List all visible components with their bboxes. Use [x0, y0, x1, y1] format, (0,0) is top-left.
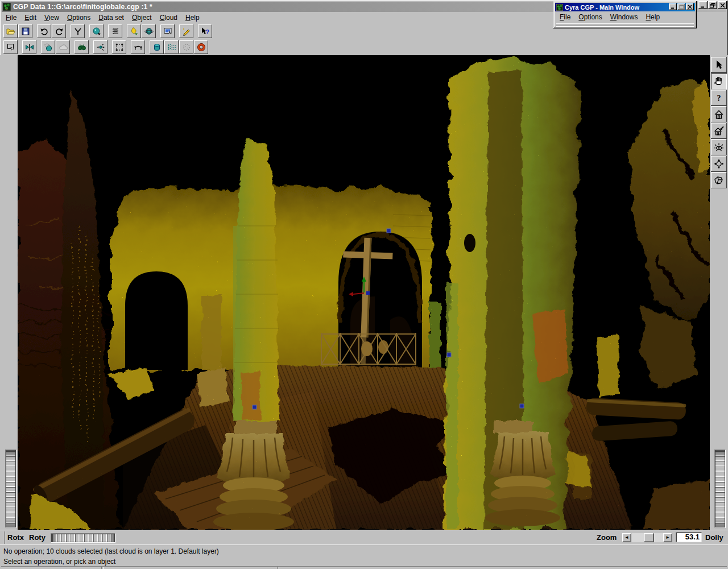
- undo-button[interactable]: [37, 24, 51, 38]
- pick-axes-button[interactable]: [71, 24, 85, 38]
- select-arrow-icon: [713, 59, 725, 71]
- roty-thumbwheel[interactable]: [51, 533, 115, 543]
- sphere-query-icon: [44, 43, 53, 52]
- center-view-button[interactable]: [711, 156, 727, 172]
- roty-label[interactable]: Roty: [29, 533, 46, 542]
- torus-fit-button[interactable]: [194, 40, 208, 54]
- menu-edit[interactable]: Edit: [20, 13, 40, 23]
- sphere-fit-disabled-button[interactable]: [179, 40, 193, 54]
- status-line-2: Select an operation, or pick an object: [3, 558, 115, 566]
- restore-button[interactable]: [708, 1, 717, 9]
- cyra-titlebar[interactable]: Cyra CGP - Main Window: [555, 3, 695, 11]
- cyra-window-buttons: [668, 3, 694, 10]
- redo-icon: [55, 27, 64, 36]
- undo-icon: [40, 27, 49, 36]
- zoom-scroll-left-button[interactable]: ◄: [622, 533, 631, 542]
- cyra-minimize-button[interactable]: [669, 3, 677, 10]
- cyra-menu-help[interactable]: Help: [642, 13, 664, 22]
- globe-button[interactable]: [142, 24, 156, 38]
- dotted-sphere-icon: [182, 43, 191, 52]
- menu-object[interactable]: Object: [128, 13, 156, 23]
- question-mark-icon: ?: [713, 92, 725, 104]
- cloud-disabled-button[interactable]: [56, 40, 70, 54]
- cyra-menu-windows[interactable]: Windows: [606, 13, 642, 22]
- close-icon: [688, 5, 692, 9]
- home-view-button[interactable]: [711, 106, 727, 122]
- minimize-icon: [700, 3, 706, 8]
- open-folder-icon: [6, 27, 15, 36]
- query-tool-button[interactable]: ?: [711, 90, 727, 106]
- rotx-label[interactable]: Rotx: [7, 533, 24, 542]
- cyra-menu-options[interactable]: Options: [574, 13, 606, 22]
- pan-tool-button[interactable]: [711, 73, 727, 89]
- multi-scan-icon: [167, 43, 176, 52]
- home-icon: [713, 109, 725, 120]
- restore-icon: [710, 3, 715, 8]
- menu-cloud[interactable]: Cloud: [156, 13, 181, 23]
- menu-help[interactable]: Help: [181, 13, 204, 23]
- layers-icon: [111, 27, 120, 36]
- close-button[interactable]: [718, 1, 727, 9]
- status-bar-panels: [1, 566, 727, 569]
- status-line-1: No operation; 10 clouds selected (last c…: [3, 547, 219, 555]
- cyra-app-icon: [556, 4, 563, 11]
- dye-bucket-icon: [130, 27, 139, 36]
- sphere-query-button[interactable]: [41, 40, 55, 54]
- main-window-buttons: [698, 1, 727, 9]
- application-window: CGP Data 1::G:\arco\finitoglobale.cgp :1…: [0, 0, 728, 569]
- point-cloud-speckle: [18, 55, 710, 530]
- status-panel-divider: [101, 567, 104, 569]
- dolly-label[interactable]: Dolly: [705, 533, 723, 542]
- pencil-icon: [182, 27, 191, 36]
- viewport-3d-view[interactable]: [18, 55, 710, 530]
- region-select-button[interactable]: [3, 40, 18, 54]
- move-point-button[interactable]: [93, 40, 107, 54]
- set-home-view-button[interactable]: [711, 123, 727, 139]
- zoom-scroll-right-button[interactable]: ►: [663, 533, 672, 542]
- dye-bucket-button[interactable]: [127, 24, 141, 38]
- zoom-scroll-track[interactable]: [631, 533, 663, 542]
- pan-hand-icon: [713, 76, 725, 87]
- menu-view[interactable]: View: [40, 13, 63, 23]
- left-gutter: [0, 55, 18, 530]
- look-from-button[interactable]: [711, 139, 727, 155]
- context-help-button[interactable]: ?: [198, 24, 212, 38]
- cylinder-fit-button[interactable]: [150, 40, 164, 54]
- svg-text:?: ?: [205, 28, 209, 35]
- cyra-close-button[interactable]: [686, 3, 694, 10]
- maximize-icon: [679, 5, 684, 9]
- cyra-main-window[interactable]: Cyra CGP - Main Window File Options Wind…: [553, 1, 697, 28]
- zoom-scrollbar[interactable]: ◄ ►: [622, 533, 672, 542]
- align-clouds-button[interactable]: [22, 40, 36, 54]
- binoculars-button[interactable]: [75, 40, 89, 54]
- rotx-thumbwheel[interactable]: [5, 450, 16, 528]
- minimize-button[interactable]: [698, 1, 708, 9]
- menu-file[interactable]: File: [2, 13, 20, 23]
- dolly-thumbwheel[interactable]: [714, 450, 726, 528]
- zoom-value-field[interactable]: 53.1: [676, 532, 702, 542]
- align-clouds-icon: [25, 43, 34, 52]
- multi-scan-button[interactable]: [164, 40, 179, 54]
- open-button[interactable]: [3, 24, 18, 38]
- menu-data-set[interactable]: Data set: [94, 13, 128, 23]
- pick-rock-button[interactable]: [711, 172, 727, 188]
- redo-button[interactable]: [52, 24, 66, 38]
- select-tool-button[interactable]: [711, 57, 727, 73]
- controlbar-separator: [4, 531, 6, 544]
- cyra-maximize-button[interactable]: [677, 3, 685, 10]
- edit-pencil-button[interactable]: [179, 24, 193, 38]
- screen-pick-button[interactable]: [160, 24, 175, 38]
- menu-options[interactable]: Options: [63, 13, 94, 23]
- cylinder-icon: [152, 43, 162, 52]
- zoom-scroll-thumb[interactable]: [644, 533, 654, 542]
- binoculars-icon: [77, 43, 86, 52]
- save-button[interactable]: [18, 24, 32, 38]
- window-title: CGP Data 1::G:\arco\finitoglobale.cgp :1…: [13, 3, 152, 11]
- layers-button[interactable]: [108, 24, 122, 38]
- sphere-select-button[interactable]: [89, 24, 104, 38]
- home-arrow-icon: [713, 125, 725, 137]
- fence-select-button[interactable]: [112, 40, 126, 54]
- cyra-menu-file[interactable]: File: [556, 13, 574, 22]
- torus-icon: [197, 43, 206, 52]
- rotate-span-button[interactable]: [131, 40, 145, 54]
